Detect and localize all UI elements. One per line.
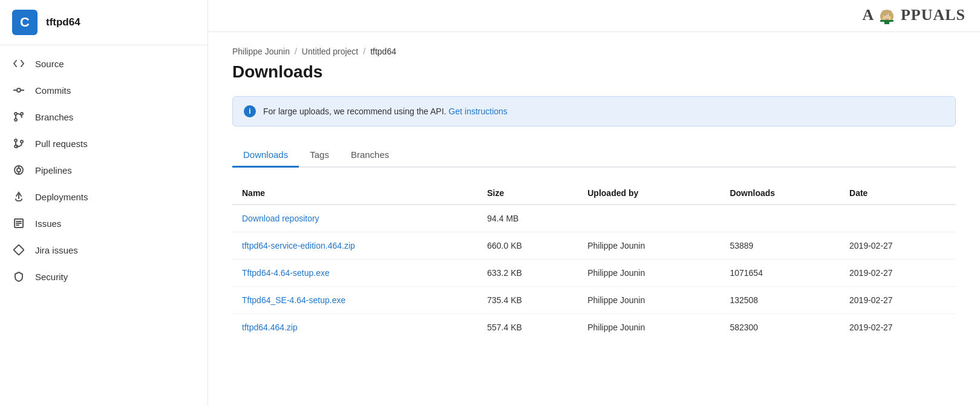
breadcrumb: Philippe Jounin / Untitled project / tft… (232, 47, 956, 56)
file-date: 2019-02-27 (840, 260, 956, 287)
info-text: For large uploads, we recommend using th… (263, 106, 446, 116)
file-size: 557.4 KB (477, 314, 578, 341)
pipelines-icon (12, 163, 25, 177)
file-name-link[interactable]: tftpd64-service-edition.464.zip (242, 241, 355, 250)
tab-tags[interactable]: Tags (299, 143, 340, 168)
breadcrumb-sep-1: / (295, 47, 297, 56)
tab-downloads[interactable]: Downloads (232, 143, 299, 168)
main-content: Philippe Jounin / Untitled project / tft… (208, 32, 980, 406)
sidebar-item-deployments[interactable]: Deployments (0, 183, 207, 210)
col-name: Name (232, 182, 477, 205)
table-row: Tftpd64_SE-4.64-setup.exe735.4 KBPhilipp… (232, 287, 956, 314)
appuals-logo-text: A (863, 6, 965, 25)
file-name-link[interactable]: Download repository (242, 214, 319, 223)
file-uploaded-by: Philippe Jounin (578, 232, 720, 260)
sidebar-item-source[interactable]: Source (0, 50, 207, 77)
col-size: Size (477, 182, 578, 205)
file-size: 633.2 KB (477, 260, 578, 287)
page-title: Downloads (232, 62, 956, 82)
sidebar-item-commits-label: Commits (35, 85, 71, 96)
logo-letter: C (20, 15, 30, 30)
file-uploaded-by: Philippe Jounin (578, 260, 720, 287)
col-date: Date (840, 182, 956, 205)
sidebar: C tftpd64 Source Commits (0, 0, 208, 406)
sidebar-nav: Source Commits (0, 45, 207, 406)
col-downloads: Downloads (720, 182, 840, 205)
tab-branches[interactable]: Branches (340, 143, 400, 168)
sidebar-item-deployments-label: Deployments (35, 192, 88, 202)
svg-rect-18 (14, 245, 24, 255)
svg-point-25 (882, 10, 886, 15)
downloads-table: Name Size Uploaded by Downloads Date Dow… (232, 182, 956, 341)
sidebar-item-security[interactable]: Security (0, 263, 207, 290)
breadcrumb-sep-2: / (363, 47, 365, 56)
file-date: 2019-02-27 (840, 314, 956, 341)
sidebar-header: C tftpd64 (0, 0, 207, 45)
file-name-link[interactable]: Tftpd64_SE-4.64-setup.exe (242, 295, 345, 305)
sidebar-item-jira-issues[interactable]: Jira issues (0, 237, 207, 263)
sidebar-item-pull-requests-label: Pull requests (35, 139, 88, 149)
file-downloads: 132508 (720, 287, 840, 314)
file-date (840, 205, 956, 232)
appuals-logo-main: PPUALS (901, 6, 965, 24)
file-name-link[interactable]: Tftpd64-4.64-setup.exe (242, 268, 330, 278)
svg-rect-28 (884, 21, 889, 24)
file-size: 94.4 MB (477, 205, 578, 232)
info-banner: i For large uploads, we recommend using … (232, 96, 956, 126)
table-row: Download repository94.4 MB (232, 205, 956, 232)
sidebar-item-pull-requests[interactable]: Pull requests (0, 130, 207, 157)
tabs: Downloads Tags Branches (232, 143, 956, 168)
appuals-logo: A (863, 6, 965, 25)
file-downloads (720, 205, 840, 232)
file-uploaded-by (578, 205, 720, 232)
file-size: 735.4 KB (477, 287, 578, 314)
file-downloads: 582300 (720, 314, 840, 341)
table-row: tftpd64-service-edition.464.zip660.0 KBP… (232, 232, 956, 260)
breadcrumb-owner[interactable]: Philippe Jounin (232, 47, 290, 56)
sidebar-item-branches-label: Branches (35, 112, 73, 122)
file-downloads: 1071654 (720, 260, 840, 287)
sidebar-item-jira-issues-label: Jira issues (35, 245, 78, 255)
branches-icon (12, 110, 25, 123)
sidebar-item-issues[interactable]: Issues (0, 210, 207, 237)
table-row: Tftpd64-4.64-setup.exe633.2 KBPhilippe J… (232, 260, 956, 287)
sidebar-logo: C (12, 10, 38, 35)
table-row: tftpd64.464.zip557.4 KBPhilippe Jounin58… (232, 314, 956, 341)
col-uploaded-by: Uploaded by (578, 182, 720, 205)
breadcrumb-repo: tftpd64 (370, 47, 396, 56)
sidebar-item-pipelines-label: Pipelines (35, 165, 72, 175)
main-area: A (208, 0, 980, 406)
sidebar-item-branches[interactable]: Branches (0, 103, 207, 130)
commit-icon (12, 83, 25, 97)
top-bar: A (208, 0, 980, 32)
deployments-icon (12, 190, 25, 203)
jira-icon (12, 243, 25, 257)
sidebar-item-commits[interactable]: Commits (0, 77, 207, 103)
file-date: 2019-02-27 (840, 232, 956, 260)
file-uploaded-by: Philippe Jounin (578, 287, 720, 314)
info-link[interactable]: Get instructions (449, 106, 508, 116)
sidebar-project-name: tftpd64 (46, 16, 80, 28)
svg-point-26 (888, 10, 892, 15)
file-uploaded-by: Philippe Jounin (578, 314, 720, 341)
code-icon (12, 57, 25, 70)
sidebar-item-security-label: Security (35, 272, 68, 282)
breadcrumb-project[interactable]: Untitled project (302, 47, 358, 56)
sidebar-item-source-label: Source (35, 59, 64, 69)
info-icon: i (244, 105, 256, 117)
pull-request-icon (12, 137, 25, 150)
file-date: 2019-02-27 (840, 287, 956, 314)
file-downloads: 53889 (720, 232, 840, 260)
sidebar-item-pipelines[interactable]: Pipelines (0, 157, 207, 183)
security-icon (12, 270, 25, 283)
issues-icon (12, 217, 25, 230)
file-size: 660.0 KB (477, 232, 578, 260)
file-name-link[interactable]: tftpd64.464.zip (242, 323, 298, 332)
gear-icon (878, 7, 896, 25)
sidebar-item-issues-label: Issues (35, 218, 61, 229)
